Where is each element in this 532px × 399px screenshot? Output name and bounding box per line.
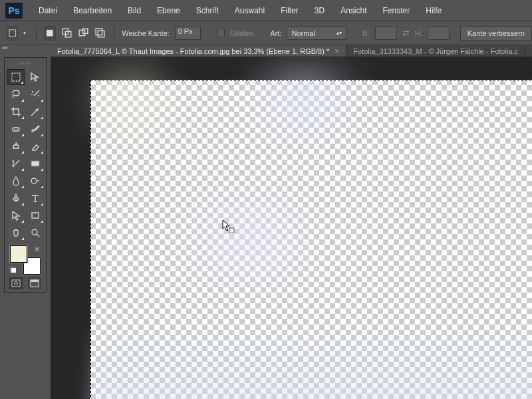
svg-rect-21 bbox=[31, 280, 39, 282]
foreground-color-swatch[interactable] bbox=[10, 245, 27, 263]
svg-point-17 bbox=[32, 229, 37, 235]
history-brush-tool[interactable] bbox=[7, 156, 25, 172]
transparency-grid bbox=[90, 80, 532, 399]
feather-input[interactable]: 0 Px bbox=[175, 27, 201, 40]
type-tool[interactable] bbox=[26, 190, 44, 206]
rectangle-tool[interactable] bbox=[26, 207, 44, 223]
svg-rect-18 bbox=[12, 280, 20, 287]
height-input bbox=[428, 27, 450, 40]
menu-hilfe[interactable]: Hilfe bbox=[418, 3, 450, 18]
svg-rect-10 bbox=[13, 128, 19, 131]
color-swatches: ⤭ bbox=[9, 245, 42, 275]
app-logo[interactable]: Ps bbox=[5, 3, 23, 19]
selection-add-icon[interactable] bbox=[61, 26, 72, 41]
marquee-tool[interactable] bbox=[7, 69, 25, 85]
selection-subtract-icon[interactable] bbox=[78, 26, 89, 41]
document-tab-label: Fotolia_7775064_L © Thaut Images - Fotol… bbox=[57, 47, 329, 55]
swap-colors-icon[interactable]: ⤭ bbox=[34, 245, 39, 253]
antialias-label: Glätten bbox=[230, 29, 253, 37]
svg-rect-16 bbox=[32, 213, 39, 218]
default-colors-icon[interactable] bbox=[10, 267, 17, 273]
lasso-tool[interactable] bbox=[7, 86, 25, 102]
svg-point-12 bbox=[17, 129, 17, 130]
close-icon[interactable]: × bbox=[334, 47, 339, 56]
svg-rect-9 bbox=[12, 73, 20, 81]
panel-grip[interactable] bbox=[6, 61, 45, 66]
pen-tool[interactable] bbox=[7, 190, 25, 206]
separator bbox=[114, 25, 114, 41]
style-label: Art: bbox=[270, 29, 281, 37]
healing-brush-tool[interactable] bbox=[7, 121, 25, 137]
eyedropper-tool[interactable] bbox=[26, 104, 44, 120]
eraser-tool[interactable] bbox=[26, 138, 44, 154]
menu-ansicht[interactable]: Ansicht bbox=[332, 3, 374, 18]
menu-bar: Ps Datei Bearbeiten Bild Ebene Schrift A… bbox=[0, 0, 532, 21]
brush-tool[interactable] bbox=[26, 121, 44, 137]
dodge-tool[interactable] bbox=[26, 173, 44, 189]
selection-intersect-icon[interactable] bbox=[94, 26, 106, 41]
menu-fenster[interactable]: Fenster bbox=[375, 3, 418, 18]
magic-wand-tool[interactable] bbox=[26, 86, 44, 102]
tool-preset-icon[interactable] bbox=[7, 26, 18, 41]
width-input bbox=[375, 27, 397, 40]
svg-point-15 bbox=[15, 197, 17, 198]
menu-bearbeiten[interactable]: Bearbeiten bbox=[65, 3, 120, 18]
svg-point-14 bbox=[31, 178, 37, 184]
svg-rect-1 bbox=[47, 30, 53, 37]
menu-filter[interactable]: Filter bbox=[273, 3, 307, 18]
screen-mode-button[interactable] bbox=[28, 277, 41, 289]
svg-rect-0 bbox=[9, 30, 16, 37]
refine-edge-button[interactable]: Kante verbessern bbox=[460, 26, 532, 41]
document-tab-bar: Fotolia_7775064_L © Thaut Images - Fotol… bbox=[51, 45, 532, 57]
separator bbox=[36, 25, 37, 41]
move-tool[interactable] bbox=[26, 69, 44, 85]
menu-3d[interactable]: 3D bbox=[307, 3, 332, 18]
clone-stamp-tool[interactable] bbox=[7, 138, 25, 154]
tool-preset-dropdown[interactable]: ▾ bbox=[23, 30, 27, 36]
document-tab-active[interactable]: Fotolia_7775064_L © Thaut Images - Fotol… bbox=[51, 45, 346, 57]
feather-label: Weiche Kante: bbox=[122, 29, 169, 37]
zoom-tool[interactable] bbox=[26, 225, 44, 241]
document-tab-label: Fotolia_31333343_M - © Jürgen Fälchle - … bbox=[353, 47, 518, 55]
options-bar: ▾ Weiche Kante: 0 Px Glätten Art: Normal… bbox=[0, 21, 532, 45]
selection-new-icon[interactable] bbox=[44, 26, 55, 41]
style-select[interactable]: Normal▴▾ bbox=[287, 27, 346, 40]
antialias-checkbox bbox=[217, 29, 224, 37]
menu-bild[interactable]: Bild bbox=[120, 3, 149, 18]
menu-ebene[interactable]: Ebene bbox=[149, 3, 188, 18]
standard-mode-button[interactable] bbox=[9, 277, 23, 289]
menu-schrift[interactable]: Schrift bbox=[188, 3, 227, 18]
crop-tool[interactable] bbox=[7, 104, 25, 120]
menu-auswahl[interactable]: Auswahl bbox=[227, 3, 273, 18]
svg-rect-13 bbox=[31, 161, 39, 166]
gradient-tool[interactable] bbox=[26, 156, 44, 172]
path-selection-tool[interactable] bbox=[7, 207, 25, 223]
canvas[interactable] bbox=[90, 80, 532, 399]
svg-point-19 bbox=[15, 282, 18, 285]
svg-rect-6 bbox=[96, 29, 102, 35]
width-label: B: bbox=[362, 29, 369, 37]
tools-panel: ⤭ bbox=[4, 57, 47, 293]
work-area[interactable] bbox=[51, 57, 532, 399]
height-label: H: bbox=[415, 29, 422, 37]
swap-wh-icon: ⇄ bbox=[402, 28, 410, 38]
menu-datei[interactable]: Datei bbox=[31, 3, 65, 18]
svg-rect-4 bbox=[79, 30, 84, 35]
blur-tool[interactable] bbox=[7, 173, 25, 189]
hand-tool[interactable] bbox=[7, 225, 25, 241]
panel-collapse-icon[interactable]: ◂◂ bbox=[0, 45, 9, 51]
svg-rect-7 bbox=[98, 31, 104, 37]
document-tab[interactable]: Fotolia_31333343_M - © Jürgen Fälchle - … bbox=[346, 45, 525, 57]
svg-point-11 bbox=[14, 129, 15, 130]
